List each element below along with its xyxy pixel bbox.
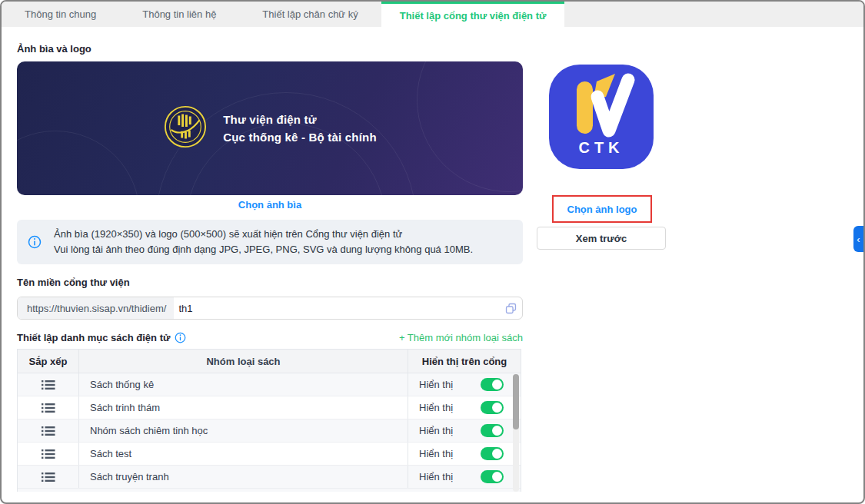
cover-image-preview: Thư viện điện tử Cục thống kê - Bộ tài c…: [17, 61, 523, 195]
drag-handle-icon[interactable]: [42, 472, 55, 482]
upload-info-box: Ảnh bìa (1920×350) và logo (500×500) sẽ …: [17, 220, 523, 264]
tab-bar: Thông tin chung Thông tin liên hệ Thiết …: [2, 2, 863, 27]
table-row: Nhóm sách chiêm tinh học Hiển thị: [18, 419, 521, 443]
drag-handle-icon[interactable]: [42, 449, 55, 459]
book-group-name: Sách truyện tranh: [79, 466, 408, 488]
domain-url-prefix: https://thuvien.sisap.vn/thidiem/: [18, 297, 174, 319]
logo-letters: CTK: [549, 139, 654, 157]
visibility-toggle[interactable]: [481, 470, 504, 483]
domain-value[interactable]: th1: [174, 303, 499, 314]
visible-label: Hiển thị: [419, 471, 453, 482]
preview-button[interactable]: Xem trước: [537, 227, 666, 250]
tab-general-info[interactable]: Thông tin chung: [2, 2, 119, 27]
copy-icon[interactable]: [499, 302, 522, 315]
table-scrollbar-thumb[interactable]: [513, 374, 519, 429]
portal-logo-preview: CTK: [549, 65, 654, 169]
visibility-toggle[interactable]: [481, 378, 504, 391]
tab-contact-info[interactable]: Thông tin liên hệ: [119, 2, 239, 27]
column-book-group: Nhóm loại sách: [79, 350, 408, 373]
cover-logo-section-title: Ảnh bìa và logo: [17, 43, 91, 55]
banner-title: Thư viện điện tử: [223, 111, 377, 128]
chevron-left-icon: ‹: [857, 234, 860, 245]
book-group-name: Sách test: [79, 443, 408, 465]
visibility-toggle[interactable]: [481, 447, 504, 460]
choose-cover-link[interactable]: Chọn ảnh bìa: [17, 199, 523, 211]
table-row: Sách test Hiển thị: [18, 443, 521, 466]
table-row: Sách trinh thám Hiển thị: [18, 396, 521, 419]
visibility-toggle[interactable]: [481, 424, 504, 437]
ctk-logo-mark-icon: [549, 65, 654, 141]
choose-logo-link[interactable]: Chọn ảnh logo: [567, 204, 637, 215]
drag-handle-icon[interactable]: [42, 380, 55, 390]
statistics-office-emblem-icon: [163, 104, 208, 152]
settings-window: Thông tin chung Thông tin liên hệ Thiết …: [0, 0, 865, 504]
book-group-name: Nhóm sách chiêm tinh học: [79, 419, 408, 442]
book-group-table: Sắp xếp Nhóm loại sách Hiển thị trên cổn…: [17, 349, 521, 492]
info-line-2: Vui lòng tải ảnh theo đúng định dạng JPG…: [54, 242, 473, 257]
add-book-group-link[interactable]: + Thêm mới nhóm loại sách: [399, 332, 523, 343]
collapse-panel-handle[interactable]: ‹: [853, 226, 863, 252]
drag-handle-icon[interactable]: [42, 403, 55, 413]
domain-label: Tên miền cổng thư viện: [17, 277, 130, 288]
column-show-on-portal: Hiển thị trên cổng: [408, 350, 521, 373]
choose-logo-highlight-box: Chọn ảnh logo: [552, 195, 652, 223]
book-group-name: Sách trinh thám: [79, 396, 408, 419]
table-header: Sắp xếp Nhóm loại sách Hiển thị trên cổn…: [18, 350, 521, 373]
info-icon: [28, 235, 42, 249]
visible-label: Hiển thị: [419, 448, 453, 459]
catalog-section-title: Thiết lập danh mục sách điện tử: [17, 332, 170, 343]
domain-input[interactable]: https://thuvien.sisap.vn/thidiem/ th1: [17, 297, 523, 320]
table-row: Sách truyện tranh Hiển thị: [18, 466, 521, 489]
info-line-1: Ảnh bìa (1920×350) và logo (500×500) sẽ …: [54, 227, 473, 242]
banner-subtitle: Cục thống kê - Bộ tài chính: [223, 128, 377, 146]
visible-label: Hiển thị: [419, 402, 453, 413]
visible-label: Hiển thị: [419, 425, 453, 436]
drag-handle-icon[interactable]: [42, 426, 55, 436]
visibility-toggle[interactable]: [481, 401, 504, 414]
catalog-info-icon: [175, 332, 186, 343]
tab-library-portal-setup[interactable]: Thiết lập cổng thư viện điện tử: [381, 2, 565, 27]
column-sort: Sắp xếp: [18, 350, 79, 373]
tab-signature-setup[interactable]: Thiết lập chân chữ ký: [239, 2, 381, 27]
book-group-name: Sách thống kê: [79, 373, 408, 396]
visible-label: Hiển thị: [419, 379, 453, 390]
table-row-partial: [18, 489, 521, 492]
table-row: Sách thống kê Hiển thị: [18, 373, 521, 396]
